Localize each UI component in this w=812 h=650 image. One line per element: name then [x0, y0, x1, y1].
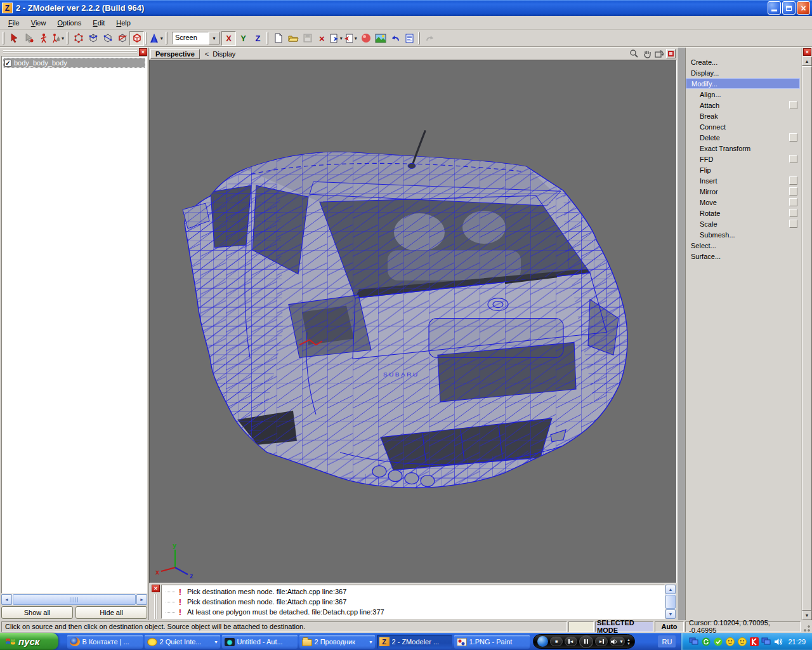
panel-item-exact-transform[interactable]: Exact Transform	[686, 143, 800, 154]
toggle-box[interactable]	[789, 101, 797, 109]
import-button[interactable]: ▾	[329, 31, 344, 46]
scroll-track[interactable]	[12, 594, 136, 605]
volume-icon[interactable]	[773, 637, 783, 646]
panel-item-scale[interactable]: Scale	[686, 218, 800, 229]
collapse-arrow-icon[interactable]: <	[205, 50, 209, 58]
taskbar-button-qip[interactable]: 2 Quiet Inte...▾	[145, 635, 220, 649]
objects-list[interactable]: ✓ body_body_body	[1, 56, 147, 594]
panel-splitter[interactable]	[677, 48, 685, 620]
axis-z-toggle[interactable]: Z	[251, 31, 265, 46]
panel-item-create[interactable]: Create...	[686, 56, 800, 67]
scroll-left-button[interactable]: ◄	[1, 594, 12, 605]
band-handle[interactable]: ▲▼	[627, 638, 631, 646]
toolbar-grip[interactable]	[166, 32, 167, 44]
taskbar-button-firefox[interactable]: В Контакте | ...	[67, 635, 143, 649]
export-button[interactable]: ▾	[344, 31, 358, 46]
panel-item-submesh[interactable]: Submesh...	[686, 229, 800, 240]
smiley-icon-1[interactable]	[725, 637, 735, 646]
zoom-tool-button[interactable]	[628, 49, 639, 59]
menu-options[interactable]: Options	[51, 17, 87, 29]
scroll-down-button[interactable]: ▼	[665, 609, 676, 619]
panel-item-display[interactable]: Display...	[686, 67, 800, 78]
face-mode-button[interactable]	[100, 31, 115, 46]
toggle-box[interactable]	[789, 220, 797, 228]
open-file-button[interactable]	[285, 31, 300, 46]
close-button[interactable]: ×	[797, 1, 810, 15]
close-panel-button[interactable]: ×	[139, 48, 147, 56]
scroll-thumb[interactable]	[802, 66, 812, 611]
material-editor-button[interactable]	[358, 31, 373, 46]
panel-item-connect[interactable]: Connect	[686, 121, 800, 132]
panel-item-modify[interactable]: Modify...	[686, 78, 800, 89]
menu-edit[interactable]: Edit	[87, 17, 110, 29]
menu-file[interactable]: File	[3, 17, 25, 29]
toggle-box[interactable]	[789, 187, 797, 196]
pause-button[interactable]	[579, 635, 593, 648]
panel-item-flip[interactable]: Flip	[686, 164, 800, 175]
pan-tool-button[interactable]	[641, 49, 652, 59]
figure-tools-button[interactable]: ▾	[51, 31, 65, 46]
stop-button[interactable]: ■	[550, 637, 563, 646]
taskbar-button-folder[interactable]: 2 Проводник▾	[299, 635, 375, 649]
kaspersky-icon[interactable]	[749, 637, 759, 646]
scroll-up-button[interactable]: ▲	[802, 56, 812, 66]
undo-button[interactable]	[388, 31, 402, 46]
panel-item-move[interactable]: Move	[686, 197, 800, 208]
panel-item-surface[interactable]: Surface...	[686, 251, 800, 262]
scroll-track[interactable]	[665, 594, 676, 609]
combo-arrow-icon[interactable]: ▾	[209, 32, 219, 44]
toolbar-grip[interactable]	[145, 32, 147, 44]
object-row-body[interactable]: ✓ body_body_body	[3, 58, 145, 68]
previous-button[interactable]: ◄	[565, 637, 577, 646]
restore-button[interactable]	[782, 1, 796, 15]
visibility-checkbox[interactable]: ✓	[4, 60, 11, 67]
texture-browser-button[interactable]	[373, 31, 388, 46]
wmp-play-button[interactable]	[537, 636, 548, 647]
log-vscrollbar[interactable]: ▲ ▼	[665, 585, 676, 619]
taskbar-button-max[interactable]: Untitled - Aut...	[222, 635, 298, 649]
close-command-panel-button[interactable]: ×	[803, 48, 811, 56]
taskbar-button-zmodeler[interactable]: Z2 - ZModeler ...	[377, 635, 452, 649]
media-player-toolbar[interactable]: ■ ◄ ► ▾ ▲▼	[533, 634, 635, 649]
network-icon[interactable]	[689, 637, 698, 646]
resize-grip[interactable]	[802, 623, 811, 632]
language-indicator[interactable]: RU	[658, 635, 676, 647]
delete-button[interactable]: ×	[315, 31, 329, 46]
log-window-button[interactable]	[402, 31, 417, 46]
pick-select-button[interactable]	[7, 31, 22, 46]
manipulator-button[interactable]	[36, 31, 51, 46]
axis-x-toggle[interactable]: X	[221, 31, 236, 46]
panel-item-align[interactable]: Align...	[686, 89, 800, 100]
axis-y-toggle[interactable]: Y	[236, 31, 251, 46]
panel-item-mirror[interactable]: Mirror	[686, 186, 800, 197]
primitives-button[interactable]: ▾	[150, 31, 164, 46]
panel-item-break[interactable]: Break	[686, 110, 800, 121]
network-icon-2[interactable]	[761, 637, 771, 646]
taskbar-button-paint[interactable]: 1.PNG - Paint	[454, 635, 530, 649]
panel-item-ffd[interactable]: FFD	[686, 154, 800, 164]
panel-item-attach[interactable]: Attach	[686, 100, 800, 110]
hide-all-button[interactable]: Hide all	[75, 606, 147, 619]
clock[interactable]: 21:29	[788, 638, 806, 646]
pick-deselect-button[interactable]	[22, 31, 36, 46]
view-mode-dropdown[interactable]: Screen ▾	[172, 32, 219, 44]
toggle-box[interactable]	[789, 176, 797, 185]
perspective-tab[interactable]: Perspective	[150, 49, 200, 59]
edge-mode-button[interactable]	[86, 31, 100, 46]
command-panel-scrollbar[interactable]: × ▲ ▼	[801, 48, 812, 620]
maximize-viewport-button[interactable]	[666, 49, 676, 58]
toggle-box[interactable]	[789, 209, 797, 217]
start-button[interactable]: пуск	[0, 633, 58, 650]
toggle-box[interactable]	[789, 133, 797, 142]
display-menu-label[interactable]: Display	[213, 50, 235, 58]
volume-button[interactable]: ▾	[610, 637, 625, 646]
redo-button[interactable]	[422, 31, 437, 46]
close-log-button[interactable]: ×	[152, 585, 160, 592]
toolbar-grip[interactable]	[3, 32, 4, 44]
scroll-thumb[interactable]	[13, 594, 136, 605]
log-grip[interactable]	[154, 594, 157, 619]
update-icon[interactable]	[701, 637, 710, 646]
toggle-box[interactable]	[789, 155, 797, 163]
orbit-tool-button[interactable]	[653, 49, 665, 59]
toolbar-grip[interactable]	[266, 32, 268, 44]
